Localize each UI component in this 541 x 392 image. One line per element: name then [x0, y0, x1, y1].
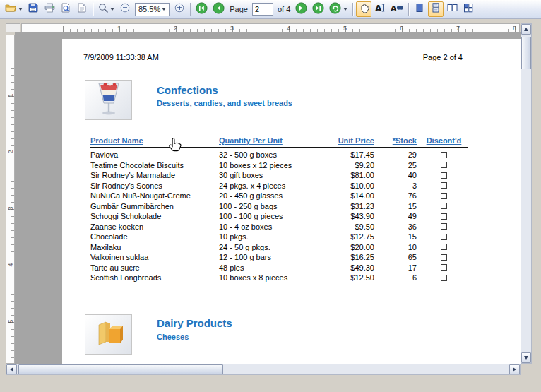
cell-price: $16.25: [325, 252, 376, 263]
zoom-select[interactable]: 85.5%: [135, 3, 170, 16]
vertical-scroll-thumb[interactable]: [521, 37, 531, 69]
text-select-tool-button[interactable]: A: [372, 1, 388, 17]
toolbar-separator: [93, 3, 93, 16]
first-page-button[interactable]: [194, 1, 210, 17]
hand-tool-icon: [359, 3, 369, 16]
next-page-icon: [295, 2, 307, 17]
navigation-button[interactable]: [327, 1, 350, 17]
scroll-up-button[interactable]: [521, 24, 531, 35]
save-button[interactable]: [25, 1, 41, 17]
ruler-number: 4: [7, 261, 14, 269]
zoom-tool-button[interactable]: [96, 1, 117, 17]
cell-discontinued: [420, 213, 468, 220]
svg-text:A: A: [375, 4, 382, 13]
print-preview-button[interactable]: [58, 1, 73, 17]
cell-quantity: 24 pkgs. x 4 pieces: [219, 181, 325, 191]
multi-page-view-button[interactable]: [460, 1, 476, 17]
cell-price: $9.50: [325, 222, 376, 232]
find-icon: A: [391, 3, 403, 16]
cell-stock: 49: [376, 211, 420, 222]
cell-price: $12.75: [325, 232, 376, 242]
two-page-view-icon: [447, 3, 458, 16]
print-button[interactable]: [42, 1, 57, 17]
arrow-up-icon: [524, 28, 528, 31]
zoom-in-button[interactable]: [172, 1, 187, 17]
table-row: Zaanse koeken10 - 4 oz boxes$9.5036: [90, 222, 468, 232]
cell-name: Tarte au sucre: [90, 263, 219, 273]
find-button[interactable]: A: [388, 1, 405, 17]
last-page-button[interactable]: [310, 1, 326, 17]
ruler-number: 1: [7, 92, 14, 100]
cell-price: $12.50: [325, 273, 376, 283]
table-row: Scottish Longbreads10 boxes x 8 pieces$1…: [90, 273, 468, 283]
cell-quantity: 100 - 250 g bags: [219, 201, 325, 212]
ruler-number: 8: [513, 25, 516, 32]
open-icon: [5, 3, 16, 16]
product-table-body: Pavlova32 - 500 g boxes$17.4529Teatime C…: [90, 150, 468, 283]
vertical-scrollbar[interactable]: [521, 23, 532, 364]
cell-name: Pavlova: [90, 150, 219, 160]
category-subtitle: Cheeses: [157, 333, 189, 341]
zoom-out-button[interactable]: [117, 1, 133, 17]
discontinued-checkbox: [441, 193, 447, 199]
hand-tool-button[interactable]: [356, 1, 371, 17]
horizontal-scroll-thumb[interactable]: [18, 364, 223, 374]
chevron-down-icon: [110, 8, 114, 11]
report-page[interactable]: 7/9/2009 11:33:38 AM Page 2 of 4 Confect…: [62, 39, 521, 364]
cell-stock: 29: [376, 150, 420, 160]
cell-name: NuNuCa Nuß-Nougat-Creme: [90, 191, 219, 201]
chevron-down-icon: [162, 8, 166, 11]
scroll-right-button[interactable]: [509, 364, 520, 374]
page-setup-button[interactable]: [74, 1, 90, 17]
cell-price: $14.00: [325, 191, 376, 201]
cell-name: Zaanse koeken: [90, 222, 219, 232]
column-header-stock: *Stock: [376, 136, 420, 145]
cell-quantity: 32 - 500 g boxes: [219, 150, 325, 160]
cell-discontinued: [420, 193, 468, 199]
category-subtitle: Desserts, candies, and sweet breads: [157, 99, 292, 107]
vertical-ruler: 12345: [6, 35, 15, 364]
next-page-button[interactable]: [293, 1, 309, 17]
cell-stock: 10: [376, 242, 420, 253]
column-header-discontinued: Discont'd: [420, 136, 468, 145]
previous-page-icon: [213, 2, 225, 17]
table-row: Valkoinen suklaa12 - 100 g bars$16.2565: [90, 252, 468, 263]
cell-price: $17.45: [325, 150, 376, 160]
scroll-down-button[interactable]: [521, 352, 531, 363]
cell-name: Schoggi Schokolade: [90, 211, 219, 222]
save-icon: [28, 3, 38, 16]
text-select-icon: A: [374, 3, 386, 16]
column-header-quantity-per-unit: Quantity Per Unit: [219, 136, 325, 145]
single-page-view-button[interactable]: [412, 1, 427, 17]
horizontal-scrollbar[interactable]: [6, 364, 521, 375]
discontinued-checkbox: [441, 234, 447, 240]
print-preview-icon: [61, 3, 71, 16]
parfait-dessert-image: [96, 82, 121, 119]
discontinued-checkbox: [441, 172, 447, 179]
cell-stock: 3: [376, 181, 420, 191]
two-page-view-button[interactable]: [444, 1, 460, 17]
open-button[interactable]: [3, 1, 25, 17]
page-number-input[interactable]: [252, 3, 273, 16]
previous-page-button[interactable]: [210, 1, 227, 17]
table-row: NuNuCa Nuß-Nougat-Creme20 - 450 g glasse…: [90, 191, 468, 201]
toolbar-separator: [408, 3, 409, 16]
scroll-left-button[interactable]: [6, 364, 17, 374]
zoom-tool-icon: [98, 3, 108, 16]
continuous-view-button[interactable]: [428, 1, 444, 17]
cell-quantity: 10 boxes x 8 pieces: [219, 273, 325, 283]
toolbar: 85.5% Page of 4 A: [0, 0, 541, 19]
cell-name: Sir Rodney's Marmalade: [90, 170, 219, 181]
table-row: Schoggi Schokolade100 - 100 g pieces$43.…: [90, 211, 468, 222]
discontinued-checkbox: [441, 264, 447, 271]
toolbar-separator: [190, 3, 191, 16]
toolbar-separator: [352, 3, 353, 16]
cell-name: Teatime Chocolate Biscuits: [90, 160, 219, 171]
horizontal-ruler: 12345678: [21, 23, 520, 32]
ruler-number: 3: [230, 25, 234, 32]
svg-text:A: A: [391, 4, 397, 13]
arrow-down-icon: [524, 356, 528, 360]
table-header: Product Name Quantity Per Unit Unit Pric…: [90, 136, 468, 148]
ruler-number: 4: [287, 25, 290, 32]
cell-stock: 36: [376, 222, 420, 232]
